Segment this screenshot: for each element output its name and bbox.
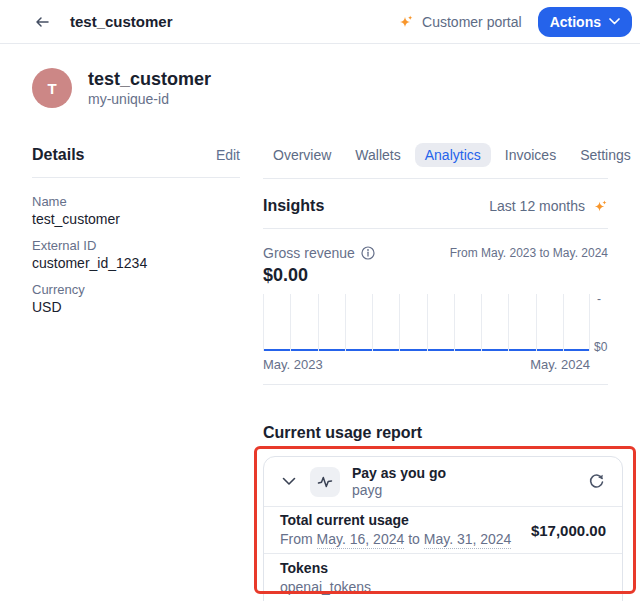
plan-header-row: Pay as you go payg [264, 457, 622, 506]
chart-divider [263, 384, 608, 385]
tabs-divider [263, 178, 608, 179]
chart-gridline [508, 294, 509, 351]
chart-y-axis: - $0 [590, 294, 608, 351]
detail-field-name: Nametest_customer [32, 194, 240, 228]
pulse-icon [317, 474, 333, 490]
chart-period-label: From May. 2023 to May. 2024 [450, 246, 608, 260]
details-panel: Details Edit Nametest_customerExternal I… [32, 143, 240, 601]
usage-report-card: Pay as you go payg Total current usage [263, 456, 623, 601]
gross-revenue-amount: $0.00 [263, 264, 608, 286]
customer-portal-label: Customer portal [422, 14, 522, 30]
charge-row: Tokens openai_tokens [264, 554, 622, 601]
period-from-word: From [280, 531, 313, 547]
period-start-date[interactable]: May. 16, 2024 [317, 531, 405, 549]
x-tick-start: May. 2023 [263, 357, 323, 373]
tab-invoices[interactable]: Invoices [495, 143, 566, 167]
customer-name: test_customer [88, 68, 211, 90]
field-label: Name [32, 194, 240, 210]
tab-settings[interactable]: Settings [570, 143, 640, 167]
gross-revenue-label: Gross revenue [263, 245, 355, 261]
customer-portal-link[interactable]: Customer portal [398, 14, 522, 30]
topbar: test_customer Customer portal Actions [0, 0, 640, 44]
chart-gridline [454, 294, 455, 351]
insights-divider [263, 228, 608, 229]
chevron-down-icon [282, 477, 296, 486]
chevron-down-icon [609, 18, 620, 25]
chart-gridline [481, 294, 482, 351]
chart-gridline [372, 294, 373, 351]
chart-gridline [536, 294, 537, 351]
info-icon[interactable] [361, 246, 375, 260]
x-tick-end: May. 2024 [530, 357, 590, 373]
period-selector-label: Last 12 months [489, 198, 585, 214]
details-title: Details [32, 146, 84, 164]
field-value: customer_id_1234 [32, 255, 240, 272]
tab-analytics[interactable]: Analytics [415, 143, 491, 167]
gross-revenue-chart: - $0 [263, 294, 608, 351]
sparkle-icon [398, 14, 414, 30]
usage-period: From May. 16, 2024 to May. 31, 2024 [280, 531, 511, 548]
edit-details-button[interactable]: Edit [216, 147, 240, 163]
back-arrow-icon [34, 14, 50, 30]
field-value: test_customer [32, 211, 240, 228]
chart-plot-area [263, 294, 590, 351]
chart-x-axis: May. 2023 May. 2024 [263, 357, 590, 373]
chart-gridline [263, 294, 264, 351]
chart-gridline [427, 294, 428, 351]
charge-code: openai_tokens [280, 579, 606, 596]
details-fields: Nametest_customerExternal IDcustomer_id_… [32, 194, 240, 316]
sparkle-icon [593, 199, 608, 214]
total-usage-label: Total current usage [280, 512, 511, 529]
refresh-button[interactable] [586, 472, 606, 492]
period-to-word: to [408, 531, 420, 547]
chart-gridline [399, 294, 400, 351]
tab-wallets[interactable]: Wallets [345, 143, 410, 167]
chart-gridline [290, 294, 291, 351]
total-usage-row: Total current usage From May. 16, 2024 t… [264, 507, 622, 553]
detail-field-external-id: External IDcustomer_id_1234 [32, 238, 240, 272]
y-tick-zero: $0 [594, 340, 607, 354]
chart-gridline [563, 294, 564, 351]
period-selector[interactable]: Last 12 months [489, 198, 608, 214]
actions-button-label: Actions [550, 14, 601, 30]
y-tick-max: - [597, 292, 601, 306]
customer-header: T test_customer my-unique-id [0, 44, 640, 108]
avatar: T [32, 68, 72, 108]
detail-field-currency: CurrencyUSD [32, 282, 240, 316]
refresh-icon [588, 473, 605, 490]
customer-external-id: my-unique-id [88, 91, 211, 108]
field-label: External ID [32, 238, 240, 254]
charge-name: Tokens [280, 560, 606, 577]
field-value: USD [32, 299, 240, 316]
chart-gridline [318, 294, 319, 351]
insights-title: Insights [263, 197, 324, 215]
total-usage-amount: $17,000.00 [531, 522, 606, 539]
field-label: Currency [32, 282, 240, 298]
details-divider [32, 177, 240, 178]
analytics-panel: OverviewWalletsAnalyticsInvoicesSettings… [263, 143, 608, 601]
chart-gridline [345, 294, 346, 351]
tab-overview[interactable]: Overview [263, 143, 341, 167]
usage-report-title: Current usage report [263, 423, 608, 443]
plan-name: Pay as you go [352, 465, 446, 482]
collapse-toggle[interactable] [280, 473, 298, 491]
back-button[interactable] [32, 12, 52, 32]
plan-icon-badge [310, 467, 340, 497]
page-title: test_customer [70, 13, 173, 30]
plan-code: payg [352, 482, 446, 498]
customer-tabs: OverviewWalletsAnalyticsInvoicesSettings [263, 143, 608, 167]
actions-button[interactable]: Actions [538, 7, 632, 37]
period-end-date[interactable]: May. 31, 2024 [424, 531, 512, 549]
